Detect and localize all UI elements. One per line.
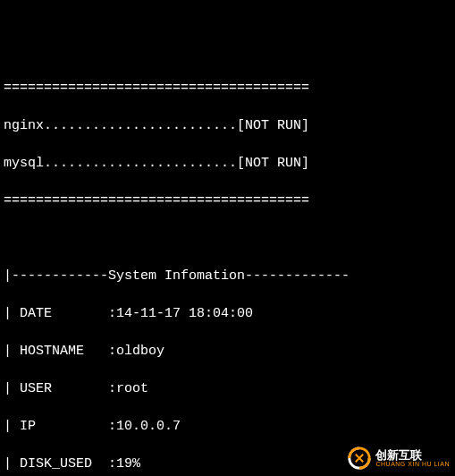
watermark-en: CHUANG XIN HU LIAN — [375, 461, 450, 467]
sysinfo-row: | IP :10.0.0.7 — [4, 417, 451, 436]
sysinfo-label: DATE — [20, 306, 52, 321]
service-row: nginx........................[NOT RUN] — [4, 116, 451, 135]
service-dots: ........................ — [44, 118, 237, 133]
sysinfo-row: | HOSTNAME :oldboy — [4, 342, 451, 361]
sysinfo-header: |------------System Infomation----------… — [4, 267, 451, 285]
sysinfo-value: 19% — [116, 456, 140, 472]
watermark: 创新互联 CHUANG XIN HU LIAN — [347, 446, 450, 471]
sysinfo-label: IP — [20, 419, 36, 434]
sysinfo-label: HOSTNAME — [20, 344, 84, 359]
sysinfo-title: System Infomation — [108, 268, 245, 284]
top-divider: ====================================== — [4, 79, 451, 98]
sysinfo-value: oldboy — [116, 344, 164, 359]
watermark-cn: 创新互联 — [375, 449, 450, 461]
sysinfo-label: DISK_USED — [20, 456, 92, 472]
watermark-logo-icon — [347, 446, 372, 471]
service-name: mysql — [4, 156, 44, 171]
mid-divider: ====================================== — [4, 191, 451, 210]
sysinfo-value: 14-11-17 18:04:00 — [116, 306, 253, 321]
sysinfo-row: | USER :root — [4, 379, 451, 398]
service-row: mysql........................[NOT RUN] — [4, 154, 451, 173]
sysinfo-label: USER — [20, 381, 52, 396]
service-name: nginx — [4, 118, 44, 133]
blank-line — [4, 229, 451, 248]
sysinfo-value: 10.0.0.7 — [116, 419, 181, 434]
service-status: [NOT RUN] — [237, 118, 309, 133]
sysinfo-value: root — [116, 381, 148, 396]
service-dots: ........................ — [44, 156, 237, 171]
service-status: [NOT RUN] — [237, 156, 309, 171]
watermark-text: 创新互联 CHUANG XIN HU LIAN — [375, 449, 450, 467]
sysinfo-row: | DATE :14-11-17 18:04:00 — [4, 304, 451, 323]
